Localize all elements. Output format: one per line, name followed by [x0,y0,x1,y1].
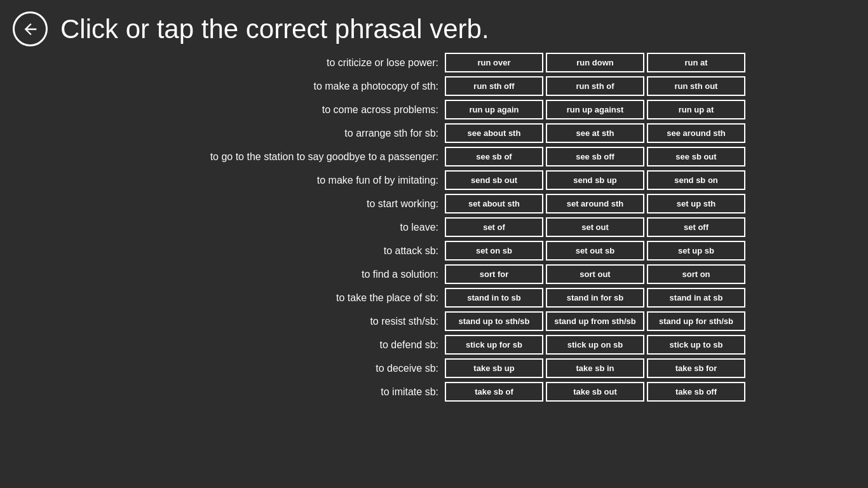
question-label: to make a photocopy of sth: [13,81,445,92]
option-button-3-0[interactable]: see about sth [445,123,543,143]
option-button-0-2[interactable]: run at [647,53,745,72]
option-button-6-2[interactable]: set up sth [647,194,745,214]
option-button-14-1[interactable]: take sb out [546,382,644,402]
quiz-row: to leave:set ofset outset off [13,217,855,237]
option-button-4-1[interactable]: see sb off [546,147,644,166]
quiz-row: to find a solution:sort forsort outsort … [13,264,855,284]
options-group: stand in to sbstand in for sbstand in at… [445,288,745,308]
options-group: take sb uptake sb intake sb for [445,358,745,378]
quiz-row: to resist sth/sb:stand up to sth/sbstand… [13,311,855,331]
quiz-row: to start working:set about sthset around… [13,194,855,214]
option-button-4-2[interactable]: see sb out [647,147,745,166]
option-button-1-1[interactable]: run sth of [546,76,644,96]
question-label: to resist sth/sb: [13,316,445,327]
back-button[interactable] [13,11,48,46]
question-label: to leave: [13,222,445,233]
option-button-14-0[interactable]: take sb of [445,382,543,402]
quiz-row: to criticize or lose power:run overrun d… [13,53,855,72]
options-group: see sb ofsee sb offsee sb out [445,147,745,166]
quiz-row: to defend sb:stick up for sbstick up on … [13,335,855,355]
option-button-5-1[interactable]: send sb up [546,170,644,190]
question-label: to arrange sth for sb: [13,128,445,139]
page-title: Click or tap the correct phrasal verb. [60,14,489,44]
question-label: to imitate sb: [13,386,445,398]
options-group: run up againrun up againstrun up at [445,100,745,119]
question-label: to attack sb: [13,245,445,257]
quiz-row: to imitate sb:take sb oftake sb outtake … [13,382,855,402]
quiz-row: to take the place of sb:stand in to sbst… [13,288,855,308]
option-button-9-1[interactable]: sort out [546,264,644,284]
option-button-8-2[interactable]: set up sb [647,241,745,261]
option-button-13-2[interactable]: take sb for [647,358,745,378]
option-button-8-1[interactable]: set out sb [546,241,644,261]
options-group: take sb oftake sb outtake sb off [445,382,745,402]
option-button-4-0[interactable]: see sb of [445,147,543,166]
option-button-11-2[interactable]: stand up for sth/sb [647,311,745,331]
question-label: to start working: [13,198,445,210]
option-button-8-0[interactable]: set on sb [445,241,543,261]
options-group: run sth offrun sth ofrun sth out [445,76,745,96]
quiz-row: to arrange sth for sb:see about sthsee a… [13,123,855,143]
option-button-2-0[interactable]: run up again [445,100,543,119]
options-group: sort forsort outsort on [445,264,745,284]
question-label: to make fun of by imitating: [13,175,445,186]
options-group: send sb outsend sb upsend sb on [445,170,745,190]
option-button-9-2[interactable]: sort on [647,264,745,284]
option-button-9-0[interactable]: sort for [445,264,543,284]
question-label: to come across problems: [13,104,445,116]
quiz-row: to come across problems:run up againrun … [13,100,855,119]
option-button-6-0[interactable]: set about sth [445,194,543,214]
option-button-12-0[interactable]: stick up for sb [445,335,543,355]
option-button-2-2[interactable]: run up at [647,100,745,119]
option-button-14-2[interactable]: take sb off [647,382,745,402]
option-button-1-0[interactable]: run sth off [445,76,543,96]
options-group: see about sthsee at sthsee around sth [445,123,745,143]
question-label: to criticize or lose power: [13,57,445,69]
option-button-6-1[interactable]: set around sth [546,194,644,214]
option-button-7-2[interactable]: set off [647,217,745,237]
quiz-content: to criticize or lose power:run overrun d… [0,53,868,402]
option-button-3-1[interactable]: see at sth [546,123,644,143]
options-group: set on sbset out sbset up sb [445,241,745,261]
option-button-12-2[interactable]: stick up to sb [647,335,745,355]
option-button-13-0[interactable]: take sb up [445,358,543,378]
quiz-row: to make a photocopy of sth:run sth offru… [13,76,855,96]
quiz-row: to attack sb:set on sbset out sbset up s… [13,241,855,261]
option-button-13-1[interactable]: take sb in [546,358,644,378]
question-label: to deceive sb: [13,363,445,374]
options-group: set ofset outset off [445,217,745,237]
option-button-11-1[interactable]: stand up from sth/sb [546,311,644,331]
option-button-0-0[interactable]: run over [445,53,543,72]
quiz-row: to make fun of by imitating:send sb outs… [13,170,855,190]
option-button-7-0[interactable]: set of [445,217,543,237]
option-button-0-1[interactable]: run down [546,53,644,72]
option-button-7-1[interactable]: set out [546,217,644,237]
question-label: to go to the station to say goodbye to a… [13,151,445,163]
option-button-1-2[interactable]: run sth out [647,76,745,96]
options-group: stand up to sth/sbstand up from sth/sbst… [445,311,745,331]
question-label: to defend sb: [13,339,445,351]
question-label: to find a solution: [13,269,445,280]
option-button-5-2[interactable]: send sb on [647,170,745,190]
option-button-11-0[interactable]: stand up to sth/sb [445,311,543,331]
option-button-10-2[interactable]: stand in at sb [647,288,745,308]
options-group: set about sthset around sthset up sth [445,194,745,214]
option-button-3-2[interactable]: see around sth [647,123,745,143]
quiz-row: to deceive sb:take sb uptake sb intake s… [13,358,855,378]
option-button-10-1[interactable]: stand in for sb [546,288,644,308]
question-label: to take the place of sb: [13,292,445,304]
header: Click or tap the correct phrasal verb. [0,0,868,53]
options-group: stick up for sbstick up on sbstick up to… [445,335,745,355]
option-button-5-0[interactable]: send sb out [445,170,543,190]
quiz-row: to go to the station to say goodbye to a… [13,147,855,166]
option-button-2-1[interactable]: run up against [546,100,644,119]
option-button-12-1[interactable]: stick up on sb [546,335,644,355]
option-button-10-0[interactable]: stand in to sb [445,288,543,308]
options-group: run overrun downrun at [445,53,745,72]
